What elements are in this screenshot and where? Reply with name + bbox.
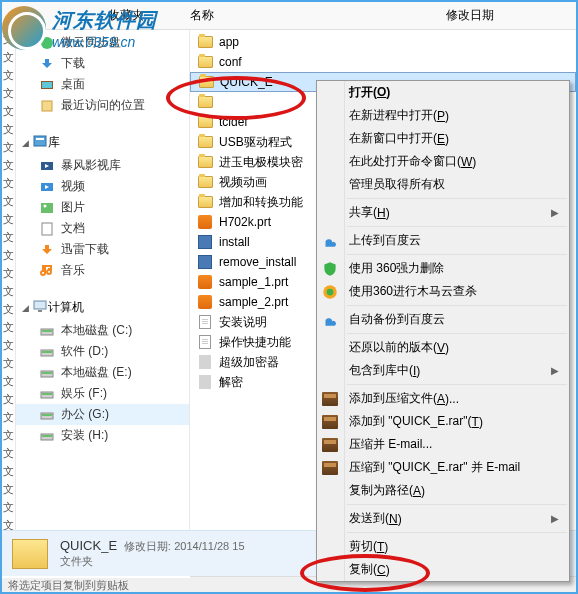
lock-icon: [196, 374, 214, 390]
file-row[interactable]: conf: [190, 52, 576, 72]
watermark-logo: [2, 6, 46, 50]
menu-open[interactable]: 打开(O): [317, 81, 569, 104]
winrar-icon: [321, 436, 339, 454]
folder-icon: [196, 54, 214, 70]
nav-drive-item[interactable]: 办公 (G:): [16, 404, 189, 425]
nav-fav-item[interactable]: 最近访问的位置: [16, 95, 189, 116]
menu-360-scan[interactable]: 使用360进行木马云查杀: [317, 280, 569, 303]
status-type: 文件夹: [60, 554, 245, 569]
nav-lib-item[interactable]: 图片: [16, 197, 189, 218]
file-name: remove_install: [219, 255, 296, 269]
nav-fav-item[interactable]: 桌面: [16, 74, 189, 95]
svg-rect-2: [42, 82, 52, 88]
menu-copy-path[interactable]: 复制为路径(A): [317, 479, 569, 502]
cloud-sync-icon: [321, 311, 339, 329]
nav-lib-item[interactable]: 文档: [16, 218, 189, 239]
svg-rect-26: [42, 435, 52, 437]
nav-icon: [38, 200, 56, 216]
svg-rect-4: [34, 136, 46, 146]
letter-item: 文: [2, 210, 15, 228]
file-name: 进玉电极模块密: [219, 154, 303, 171]
letter-item: 文: [2, 228, 15, 246]
svg-rect-18: [42, 351, 52, 353]
nav-lib-item[interactable]: 音乐: [16, 260, 189, 281]
nav-drive-item[interactable]: 本地磁盘 (C:): [16, 320, 189, 341]
watermark-name: 河东软件园: [52, 7, 157, 34]
nav-fav-item[interactable]: 下载: [16, 53, 189, 74]
nav-drive-item[interactable]: 本地磁盘 (E:): [16, 362, 189, 383]
svg-rect-13: [34, 301, 46, 309]
svg-point-11: [44, 204, 47, 207]
menu-rar-quick[interactable]: 添加到 "QUICK_E.rar"(T): [317, 410, 569, 433]
menu-open-process[interactable]: 在新进程中打开(P): [317, 104, 569, 127]
letter-item: 文: [2, 354, 15, 372]
scan-icon: [321, 283, 339, 301]
drive-icon: [38, 428, 56, 444]
menu-include-library[interactable]: 包含到库中(I)▶: [317, 359, 569, 382]
menu-rar-quick-email[interactable]: 压缩到 "QUICK_E.rar" 并 E-mail: [317, 456, 569, 479]
computer-heading[interactable]: ◢ 计算机: [16, 295, 189, 320]
letter-item: 文: [2, 300, 15, 318]
nav-icon: [38, 242, 56, 258]
file-row[interactable]: app: [190, 32, 576, 52]
drive-icon: [38, 323, 56, 339]
svg-rect-24: [42, 414, 52, 416]
file-name: sample_1.prt: [219, 275, 288, 289]
letter-item: 文: [2, 336, 15, 354]
nav-icon: [38, 263, 56, 279]
nav-icon: [38, 179, 56, 195]
menu-open-window[interactable]: 在新窗口中打开(E): [317, 127, 569, 150]
svg-rect-10: [41, 203, 53, 213]
status-date: 2014/11/28 15: [174, 540, 244, 552]
file-icon: [196, 314, 214, 330]
menu-cut[interactable]: 剪切(T): [317, 535, 569, 558]
status-date-label: 修改日期:: [124, 540, 171, 552]
nav-drive-item[interactable]: 安装 (H:): [16, 425, 189, 446]
letter-item: 文: [2, 318, 15, 336]
menu-copy[interactable]: 复制(C): [317, 558, 569, 581]
nav-lib-item[interactable]: 视频: [16, 176, 189, 197]
svg-rect-12: [42, 223, 52, 235]
date-header[interactable]: 修改日期: [438, 7, 576, 24]
folder-icon: [196, 154, 214, 170]
nav-drive-item[interactable]: 娱乐 (F:): [16, 383, 189, 404]
letter-item: 文: [2, 102, 15, 120]
svg-rect-20: [42, 372, 52, 374]
letter-item: 文: [2, 408, 15, 426]
letter-item: 文: [2, 498, 15, 516]
letter-item: 文: [2, 444, 15, 462]
menu-baidu-upload[interactable]: 上传到百度云: [317, 229, 569, 252]
menu-auto-backup[interactable]: 自动备份到百度云: [317, 308, 569, 331]
menu-admin[interactable]: 管理员取得所有权: [317, 173, 569, 196]
letter-item: 文: [2, 192, 15, 210]
nav-lib-item[interactable]: 暴风影视库: [16, 155, 189, 176]
letter-item: 文: [2, 48, 15, 66]
nav-icon: [38, 98, 56, 114]
winrar-icon: [321, 459, 339, 477]
menu-open-cmd[interactable]: 在此处打开命令窗口(W): [317, 150, 569, 173]
menu-share[interactable]: 共享(H)▶: [317, 201, 569, 224]
file-name: sample_2.prt: [219, 295, 288, 309]
file-name: 增加和转换功能: [219, 194, 303, 211]
nav-drive-item[interactable]: 软件 (D:): [16, 341, 189, 362]
menu-rar-add[interactable]: 添加到压缩文件(A)...: [317, 387, 569, 410]
drive-icon: [38, 344, 56, 360]
prt-icon: [196, 214, 214, 230]
menu-rar-email[interactable]: 压缩并 E-mail...: [317, 433, 569, 456]
name-header[interactable]: 名称: [190, 7, 438, 24]
nav-icon: [38, 77, 56, 93]
letter-item: 文: [2, 84, 15, 102]
nav-lib-item[interactable]: 迅雷下载: [16, 239, 189, 260]
menu-360-delete[interactable]: 使用 360强力删除: [317, 257, 569, 280]
menu-restore[interactable]: 还原以前的版本(V): [317, 336, 569, 359]
computer-icon: [32, 298, 48, 317]
library-heading[interactable]: ◢ 库: [16, 130, 189, 155]
drive-icon: [38, 386, 56, 402]
nav-panel: 微云同步盘下载桌面最近访问的位置 ◢ 库 暴风影视库视频图片文档迅雷下载音乐 ◢…: [16, 30, 190, 534]
file-name: conf: [219, 55, 242, 69]
folder-icon: [196, 134, 214, 150]
letter-item: 文: [2, 174, 15, 192]
menu-send-to[interactable]: 发送到(N)▶: [317, 507, 569, 530]
letter-item: 文: [2, 66, 15, 84]
context-menu: 打开(O) 在新进程中打开(P) 在新窗口中打开(E) 在此处打开命令窗口(W)…: [316, 80, 570, 582]
